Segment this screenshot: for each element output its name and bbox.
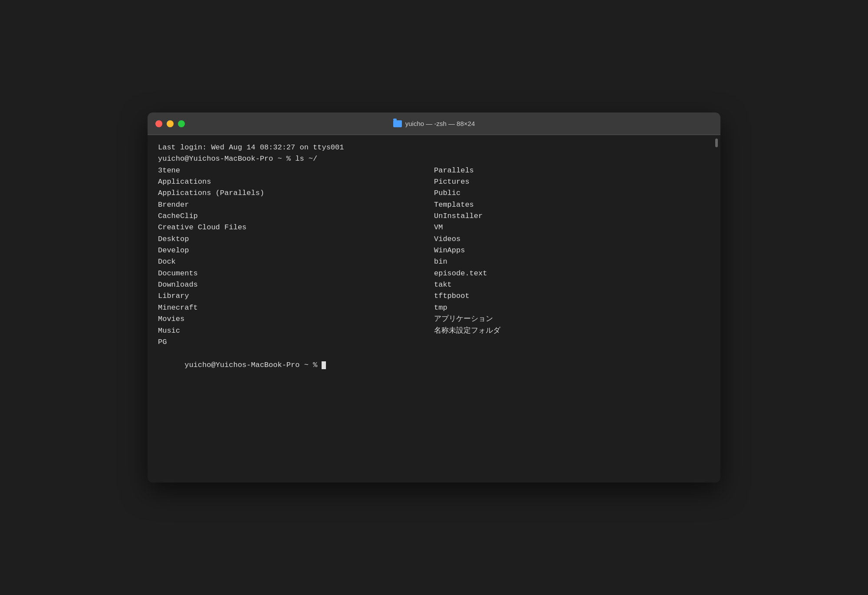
list-item: CacheClip [158, 211, 434, 222]
prompt-text: yuicho@Yuichos-MacBook-Pro ~ % [184, 361, 322, 369]
list-item: Dock [158, 256, 434, 268]
scrollbar-track[interactable] [715, 135, 719, 483]
list-item: Develop [158, 245, 434, 256]
list-item: Pictures [434, 176, 710, 188]
list-item: Music [158, 325, 434, 337]
list-item: Documents [158, 268, 434, 279]
list-item: アプリケーション [434, 314, 710, 325]
traffic-lights [155, 120, 185, 127]
terminal-body[interactable]: Last login: Wed Aug 14 08:32:27 on ttys0… [148, 135, 720, 483]
list-item: 名称未設定フォルダ [434, 325, 710, 337]
list-item: takt [434, 279, 710, 291]
list-item: VM [434, 222, 710, 233]
list-item: Library [158, 291, 434, 302]
prompt-line-1: yuicho@Yuichos-MacBook-Pro ~ % ls ~/ [158, 153, 710, 165]
maximize-button[interactable] [178, 120, 185, 127]
title-text: yuicho — -zsh — 88×24 [405, 120, 475, 127]
list-item: Public [434, 188, 710, 199]
list-item: Applications [158, 176, 434, 188]
titlebar: yuicho — -zsh — 88×24 [148, 112, 720, 135]
list-item: Templates [434, 199, 710, 211]
list-item: Videos [434, 234, 710, 245]
folder-icon [393, 120, 402, 127]
list-item: Minecraft [158, 302, 434, 314]
list-item: Creative Cloud Files [158, 222, 434, 233]
close-button[interactable] [155, 120, 162, 127]
list-item: Brender [158, 199, 434, 211]
list-item: tmp [434, 302, 710, 314]
list-item: UnInstaller [434, 211, 710, 222]
window-title: yuicho — -zsh — 88×24 [393, 120, 475, 127]
list-item: PG [158, 337, 434, 348]
login-line: Last login: Wed Aug 14 08:32:27 on ttys0… [158, 142, 710, 153]
left-column: 3teneApplicationsApplications (Parallels… [158, 165, 434, 348]
list-item: Applications (Parallels) [158, 188, 434, 199]
list-item: Parallels [434, 165, 710, 176]
scrollbar-thumb[interactable] [715, 139, 718, 147]
list-item: WinApps [434, 245, 710, 256]
directory-listing: 3teneApplicationsApplications (Parallels… [158, 165, 710, 348]
list-item: Desktop [158, 234, 434, 245]
list-item: tftpboot [434, 291, 710, 302]
list-item: episode.text [434, 268, 710, 279]
cursor [322, 361, 326, 369]
list-item: bin [434, 256, 710, 268]
right-column: ParallelsPicturesPublicTemplatesUnInstal… [434, 165, 710, 348]
minimize-button[interactable] [167, 120, 174, 127]
list-item: 3tene [158, 165, 434, 176]
list-item: Movies [158, 314, 434, 325]
terminal-window: yuicho — -zsh — 88×24 Last login: Wed Au… [148, 112, 720, 483]
list-item: Downloads [158, 279, 434, 291]
prompt-line-2: yuicho@Yuichos-MacBook-Pro ~ % [158, 348, 710, 382]
